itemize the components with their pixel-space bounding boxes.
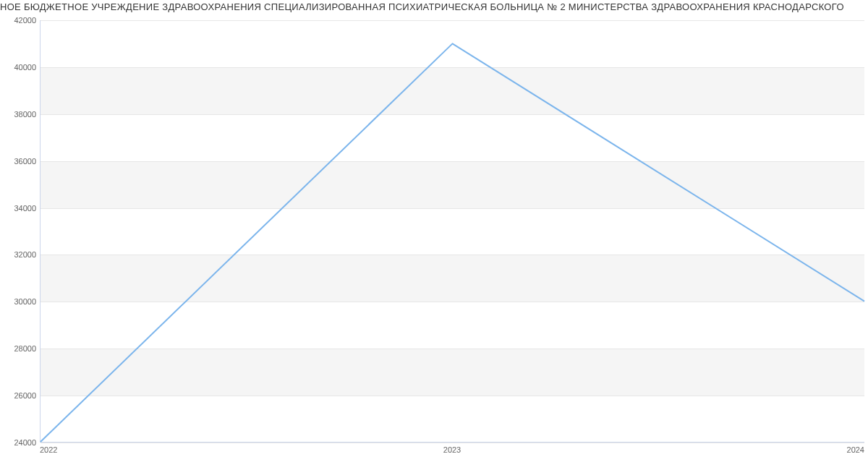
- y-tick-label: 34000: [4, 204, 36, 213]
- y-tick-label: 26000: [4, 391, 36, 400]
- y-tick-label: 28000: [4, 344, 36, 353]
- x-tick-label: 2022: [40, 445, 57, 454]
- y-tick-label: 42000: [4, 16, 36, 25]
- chart-container: НОЕ БЮДЖЕТНОЕ УЧРЕЖДЕНИЕ ЗДРАВООХРАНЕНИЯ…: [0, 0, 868, 470]
- plot-area: [40, 20, 864, 443]
- y-tick-label: 40000: [4, 63, 36, 72]
- chart-title: НОЕ БЮДЖЕТНОЕ УЧРЕЖДЕНИЕ ЗДРАВООХРАНЕНИЯ…: [0, 1, 868, 12]
- x-tick-label: 2024: [847, 445, 864, 454]
- y-tick-label: 38000: [4, 110, 36, 119]
- y-tick-label: 30000: [4, 297, 36, 306]
- series-line: [41, 43, 864, 442]
- gridline: [41, 443, 864, 443]
- y-tick-label: 32000: [4, 250, 36, 259]
- x-tick-label: 2023: [443, 445, 461, 454]
- y-tick-label: 36000: [4, 157, 36, 166]
- y-tick-label: 24000: [4, 438, 36, 447]
- line-series-svg: [41, 20, 864, 442]
